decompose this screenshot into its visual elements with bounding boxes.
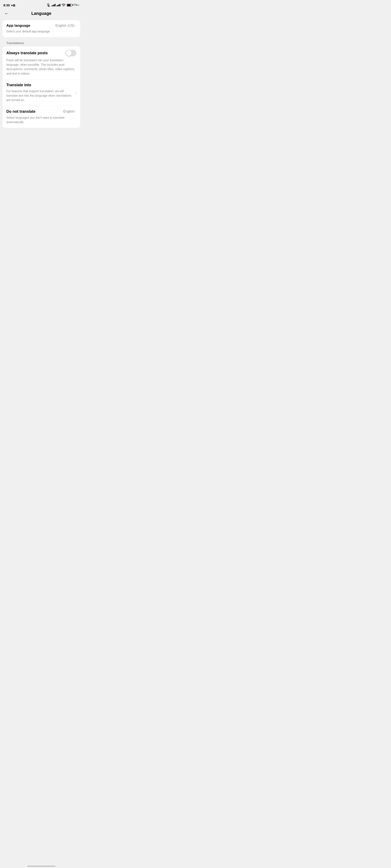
do-not-translate-row[interactable]: Do not translate English › Select langua… bbox=[3, 106, 80, 128]
always-translate-header: Always translate posts bbox=[6, 50, 76, 56]
signal-bars-2 bbox=[56, 4, 60, 6]
wifi-icon bbox=[62, 4, 65, 6]
app-language-description: Select your default app language bbox=[3, 29, 80, 37]
do-not-translate-title: Do not translate bbox=[6, 110, 35, 114]
app-language-value[interactable]: English (US) › bbox=[56, 24, 76, 28]
always-translate-description: Posts will be translated into your trans… bbox=[6, 58, 76, 76]
translate-into-title: Translate into bbox=[6, 83, 31, 87]
translate-into-chevron-icon: › bbox=[75, 90, 76, 95]
app-language-chevron-icon: › bbox=[75, 24, 76, 27]
translate-into-row[interactable]: Translate into For features that support… bbox=[3, 80, 80, 106]
always-translate-row: Always translate posts Posts will be tra… bbox=[3, 46, 80, 80]
do-not-translate-chevron-icon: › bbox=[75, 110, 76, 113]
back-arrow-icon: ← bbox=[4, 11, 9, 16]
toggle-thumb bbox=[66, 50, 72, 56]
do-not-translate-value[interactable]: English › bbox=[63, 110, 76, 113]
app-language-card: App language English (US) › Select your … bbox=[3, 20, 80, 37]
mute-icon bbox=[47, 3, 50, 7]
battery-icon bbox=[67, 4, 72, 6]
nav-bar: ← Language bbox=[0, 9, 83, 19]
page-title: Language bbox=[31, 11, 51, 16]
always-translate-toggle[interactable] bbox=[65, 50, 76, 56]
battery-dot bbox=[78, 4, 79, 6]
status-left: 8:30 ●▩ bbox=[3, 3, 15, 7]
translations-section-label: Translations bbox=[3, 40, 80, 46]
translate-into-header: Translate into bbox=[6, 83, 73, 87]
main-content: App language English (US) › Select your … bbox=[0, 20, 83, 134]
translate-into-content: Translate into For features that support… bbox=[6, 83, 73, 102]
svg-point-3 bbox=[63, 6, 64, 6]
back-button[interactable]: ← bbox=[3, 10, 10, 17]
do-not-translate-description: Select languages you don't want to trans… bbox=[6, 116, 76, 124]
status-bar: 8:30 ●▩ bbox=[0, 0, 83, 9]
status-time: 8:30 bbox=[3, 3, 10, 7]
translate-into-content-row[interactable]: Translate into For features that support… bbox=[6, 83, 76, 102]
battery-container: 77% bbox=[67, 4, 79, 6]
always-translate-title: Always translate posts bbox=[6, 51, 48, 55]
translations-card: Always translate posts Posts will be tra… bbox=[3, 46, 80, 128]
app-language-current: English (US) bbox=[56, 24, 74, 28]
battery-percent: 77% bbox=[72, 4, 78, 6]
app-language-row[interactable]: App language English (US) › bbox=[3, 20, 80, 29]
camera-icon: ●▩ bbox=[11, 4, 15, 7]
do-not-translate-current: English bbox=[63, 110, 74, 113]
translate-into-description: For features that support translation, w… bbox=[6, 89, 73, 102]
signal-bars-1 bbox=[52, 4, 56, 6]
do-not-translate-header: Do not translate English › bbox=[6, 110, 76, 114]
app-language-title: App language bbox=[6, 24, 30, 28]
status-right: 77% bbox=[47, 3, 79, 7]
